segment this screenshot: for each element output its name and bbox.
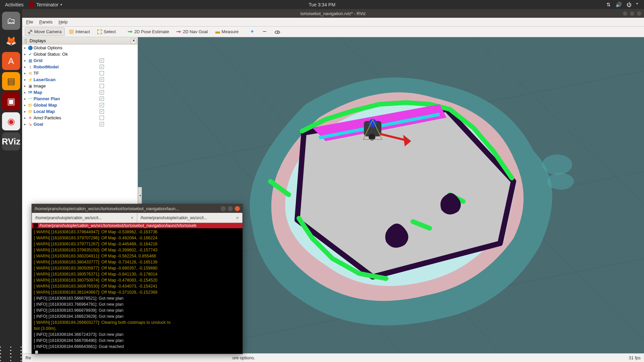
app-menu[interactable]: Terminator ▾ [29,2,62,7]
volume-icon[interactable]: 🔊 [615,2,622,8]
expand-arrow-icon[interactable]: ▸ [24,46,28,50]
close-button[interactable] [637,11,641,16]
nav-goal-tool[interactable]: 2D Nav Goal [173,27,211,36]
display-checkbox[interactable] [100,58,104,63]
chevron-down-icon[interactable]: ▾ [636,2,638,8]
firefox-launcher[interactable]: 🦊 [2,32,20,50]
files-launcher[interactable]: 🗂 [2,12,20,30]
activities-button[interactable]: Activities [5,2,23,7]
terminator-launcher[interactable]: ▣ [2,92,20,110]
disks-launcher[interactable]: ◉ [2,112,20,130]
terminal-close-button[interactable] [235,206,240,211]
terminal-minimize-button[interactable] [221,206,226,211]
move-camera-tool[interactable]: Move Camera [25,27,65,36]
move-camera-icon [28,29,33,34]
software-launcher[interactable]: A [2,52,20,70]
expand-arrow-icon[interactable]: ▸ [24,103,28,107]
display-checkbox[interactable] [100,71,104,75]
expand-arrow-icon[interactable]: ▸ [24,52,28,56]
expand-arrow-icon[interactable]: ▸ [24,122,28,126]
terminal-cursor [35,351,38,354]
clock[interactable]: Tue 3:34 PM [309,2,335,7]
display-checkbox[interactable] [100,116,104,120]
maximize-button[interactable] [630,11,634,16]
terminal-titlebar[interactable]: /home/pranshutople/catkin_ws/src/tortois… [32,204,243,213]
plan-icon: 〰 [28,97,33,101]
view-button[interactable] [272,28,283,36]
terminal-output: [ WARN] [1618308183.379644947]: Off Map … [32,228,243,354]
menu-help[interactable]: Help [59,19,68,24]
expand-arrow-icon[interactable]: ▸ [24,116,28,120]
display-item-robotmodel[interactable]: ▸⟟RobotModel [22,64,138,70]
show-apps-button[interactable]: ⋮⋮⋮⋮⋮⋮⋮⋮⋮ [0,349,27,359]
terminal-body[interactable]: /home/pranshutople/catkin_ws/src/tortois… [32,223,243,354]
select-tool[interactable]: Select [94,27,119,36]
expand-arrow-icon[interactable]: ▸ [24,97,28,101]
plus-icon: + [251,29,255,34]
measure-icon [215,32,220,34]
display-item-goal[interactable]: ▸↘Goal [22,121,138,127]
terminal-maximize-button[interactable] [228,206,233,211]
map-icon: 🗺 [28,90,33,95]
display-item-amcl-particles[interactable]: ▸✳Amcl Particles [22,115,138,121]
expand-arrow-icon[interactable]: ▸ [24,90,28,94]
display-item-image[interactable]: ▸▣Image [22,83,138,89]
display-checkbox[interactable] [100,77,104,82]
expand-arrow-icon[interactable]: ▸ [24,84,28,88]
display-checkbox[interactable] [100,109,104,114]
menu-panels[interactable]: Panels [39,19,53,24]
expand-arrow-icon[interactable]: ▸ [24,65,28,69]
display-checkbox[interactable] [100,84,104,88]
display-checkbox[interactable] [100,103,104,107]
terminal-tab-1[interactable]: /home/pranshutople/catkin_ws/src/t...× [32,213,137,223]
minimize-button[interactable] [623,11,627,16]
pose-estimate-tool[interactable]: 2D Pose Estimate [125,27,172,36]
expand-arrow-icon[interactable]: ▸ [24,78,28,81]
display-item-global-status-ok[interactable]: ▸✔Global Status: Ok [22,51,138,57]
folder-icon: 📁 [28,109,33,114]
power-icon[interactable]: ⏻ [627,2,632,8]
interact-tool[interactable]: Interact [66,27,93,36]
add-display-button[interactable]: + [248,28,258,36]
display-checkbox[interactable] [100,65,104,69]
expand-arrow-icon[interactable]: ▸ [24,71,28,75]
svg-point-19 [547,173,574,190]
network-icon[interactable]: ⇅ [606,2,611,8]
fps-counter: 31 fps [629,355,641,360]
display-item-global-options[interactable]: ▸🔵Global Options [22,45,138,51]
app-menu-label: Terminator [36,2,58,7]
rviz-launcher[interactable]: RViz [2,132,20,150]
measure-tool[interactable]: Measure [212,27,242,36]
rviz-titlebar[interactable]: tortoisebot_navigation.rviz* - RViz [22,9,644,18]
display-checkbox[interactable] [100,122,104,126]
display-label: Global Map [33,103,138,108]
launcher-dock: 🗂 🦊 A ▤ ▣ ◉ RViz ⋮⋮⋮⋮⋮⋮⋮⋮⋮ [0,9,22,362]
minus-icon: – [263,29,267,34]
menu-file[interactable]: File [26,19,33,24]
display-item-tf[interactable]: ▸⟲TF [22,70,138,76]
display-item-grid[interactable]: ▸▦Grid [22,57,138,64]
panel-collapse-handle[interactable]: ◂ [138,187,142,204]
display-item-global-map[interactable]: ▸📁Global Map [22,102,138,108]
terminal-title-text: /home/pranshutople/catkin_ws/src/tortois… [35,206,219,211]
sublime-launcher[interactable]: ▤ [2,72,20,90]
tab-close-icon[interactable]: × [236,215,239,221]
tab-close-icon[interactable]: × [131,215,133,221]
expand-arrow-icon[interactable]: ▸ [24,110,28,113]
expand-arrow-icon[interactable]: ▸ [24,59,28,62]
display-item-local-map[interactable]: ▸📁Local Map [22,108,138,115]
interact-icon [69,29,74,34]
display-label: Global Status: Ok [33,52,138,57]
display-item-laserscan[interactable]: ▸⚡LaserScan [22,76,138,83]
remove-display-button[interactable]: – [260,28,270,36]
display-item-map[interactable]: ▸🗺Map [22,89,138,96]
terminal-window[interactable]: /home/pranshutople/catkin_ws/src/tortois… [32,204,243,354]
tf-icon: ⟲ [28,71,33,76]
display-checkbox[interactable] [100,97,104,101]
display-item-planner-plan[interactable]: ▸〰Planner Plan [22,96,138,102]
terminal-tab-2[interactable]: /home/pranshutople/catkin_ws/src/t...× [137,213,243,223]
displays-panel-header[interactable]: ⣿ Displays ✕ [22,37,138,45]
displays-close-button[interactable]: ✕ [131,38,136,44]
display-checkbox[interactable] [100,90,104,95]
display-label: Global Options [33,45,138,50]
